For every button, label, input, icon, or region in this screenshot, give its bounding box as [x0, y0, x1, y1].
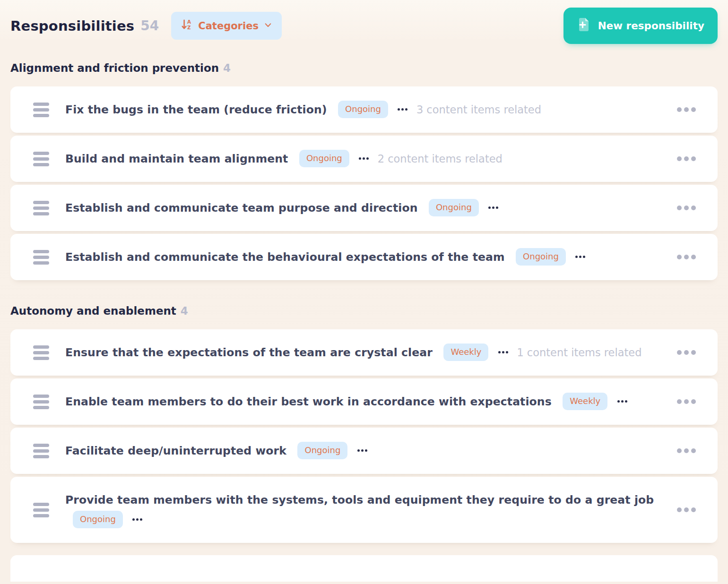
drag-handle-icon[interactable]	[33, 444, 49, 458]
svg-text:A: A	[187, 19, 191, 25]
card-list: Fix the bugs in the team (reduce frictio…	[10, 86, 718, 280]
categories-label: Categories	[198, 20, 259, 32]
section-title: Autonomy and enablement	[10, 305, 176, 317]
more-tags-dots-icon[interactable]	[498, 351, 508, 353]
cadence-badge: Ongoing	[297, 442, 347, 459]
new-responsibility-label: New responsibility	[598, 20, 704, 32]
section-header: Alignment and friction prevention4	[10, 62, 718, 74]
responsibility-title: Fix the bugs in the team (reduce frictio…	[65, 103, 327, 116]
more-tags-dots-icon[interactable]	[617, 400, 627, 403]
related-items-label: 2 content items related	[378, 153, 503, 165]
card-content: Enable team members to do their best wor…	[65, 392, 666, 412]
drag-handle-icon[interactable]	[33, 201, 49, 215]
drag-handle-icon[interactable]	[33, 503, 49, 517]
row-menu-button[interactable]	[677, 448, 696, 453]
categories-sort-button[interactable]: A Z Categories	[171, 12, 282, 40]
responsibility-section: Alignment and friction prevention4 Fix t…	[10, 62, 718, 280]
responsibility-card[interactable]: Ensure that the expectations of the team…	[10, 329, 718, 376]
card-content: Fix the bugs in the team (reduce frictio…	[65, 100, 666, 120]
section-count: 4	[181, 305, 188, 317]
cadence-badge: Weekly	[563, 393, 607, 410]
cadence-badge: Ongoing	[73, 511, 123, 528]
row-menu-button[interactable]	[677, 255, 696, 259]
responsibility-title: Facilitate deep/uninterrupted work	[65, 444, 286, 457]
responsibility-title: Enable team members to do their best wor…	[65, 395, 552, 408]
responsibility-card[interactable]: Establish and communicate team purpose a…	[10, 185, 718, 231]
row-menu-button[interactable]	[677, 399, 696, 404]
card-partial-next[interactable]	[10, 555, 718, 582]
responsibility-title: Establish and communicate team purpose a…	[65, 201, 417, 215]
row-menu-button[interactable]	[677, 107, 696, 112]
more-tags-dots-icon[interactable]	[488, 206, 498, 209]
svg-text:Z: Z	[187, 25, 191, 30]
new-responsibility-button[interactable]: New responsibility	[563, 8, 718, 44]
responsibility-card[interactable]: Provide team members with the systems, t…	[10, 477, 718, 543]
more-tags-dots-icon[interactable]	[575, 256, 585, 258]
responsibility-title: Build and maintain team alignment	[65, 152, 288, 165]
card-content: Facilitate deep/uninterrupted work Ongoi…	[65, 441, 666, 461]
drag-handle-icon[interactable]	[33, 152, 49, 166]
row-menu-button[interactable]	[677, 350, 696, 355]
section-title: Alignment and friction prevention	[10, 62, 219, 74]
cadence-badge: Ongoing	[516, 248, 566, 266]
cadence-badge: Weekly	[443, 344, 488, 361]
row-menu-button[interactable]	[677, 206, 696, 210]
responsibility-card[interactable]: Establish and communicate the behavioura…	[10, 234, 718, 280]
related-items-label: 1 content items related	[517, 346, 641, 359]
responsibility-title: Ensure that the expectations of the team…	[65, 346, 433, 359]
page-title: Responsibilities	[10, 18, 134, 34]
card-content: Provide team members with the systems, t…	[65, 490, 666, 530]
card-content: Establish and communicate the behavioura…	[65, 247, 666, 267]
cadence-badge: Ongoing	[429, 199, 479, 216]
drag-handle-icon[interactable]	[33, 395, 49, 409]
more-tags-dots-icon[interactable]	[398, 108, 407, 111]
more-tags-dots-icon[interactable]	[357, 449, 367, 452]
more-tags-dots-icon[interactable]	[132, 518, 142, 521]
card-list: Ensure that the expectations of the team…	[10, 329, 718, 543]
responsibility-card[interactable]: Facilitate deep/uninterrupted work Ongoi…	[10, 428, 718, 474]
responsibility-card[interactable]: Fix the bugs in the team (reduce frictio…	[10, 86, 718, 133]
sort-alpha-down-icon: A Z	[181, 18, 193, 33]
responsibility-title: Provide team members with the systems, t…	[65, 493, 654, 507]
more-tags-dots-icon[interactable]	[359, 157, 369, 160]
cadence-badge: Ongoing	[338, 101, 388, 118]
row-menu-button[interactable]	[677, 507, 696, 512]
file-plus-icon	[577, 17, 591, 34]
responsibilities-page: Responsibilities 54 A Z Categories	[0, 0, 728, 582]
card-content: Build and maintain team alignment Ongoin…	[65, 149, 666, 169]
section-header: Autonomy and enablement4	[10, 305, 718, 317]
related-items-label: 3 content items related	[416, 103, 541, 116]
responsibility-card[interactable]: Build and maintain team alignment Ongoin…	[10, 136, 718, 182]
section-count: 4	[223, 62, 231, 74]
sections-container: Alignment and friction prevention4 Fix t…	[10, 62, 718, 543]
cadence-badge: Ongoing	[299, 150, 349, 167]
page-header: Responsibilities 54 A Z Categories	[10, 8, 718, 44]
drag-handle-icon[interactable]	[33, 103, 49, 117]
row-menu-button[interactable]	[677, 156, 696, 161]
responsibility-section: Autonomy and enablement4 Ensure that the…	[10, 305, 718, 543]
responsibility-card[interactable]: Enable team members to do their best wor…	[10, 378, 718, 425]
drag-handle-icon[interactable]	[33, 250, 49, 265]
card-content: Ensure that the expectations of the team…	[65, 343, 666, 362]
page-count: 54	[140, 18, 159, 34]
chevron-down-icon	[264, 20, 272, 32]
drag-handle-icon[interactable]	[33, 345, 49, 360]
card-content: Establish and communicate team purpose a…	[65, 198, 666, 218]
responsibility-title: Establish and communicate the behavioura…	[65, 250, 505, 264]
